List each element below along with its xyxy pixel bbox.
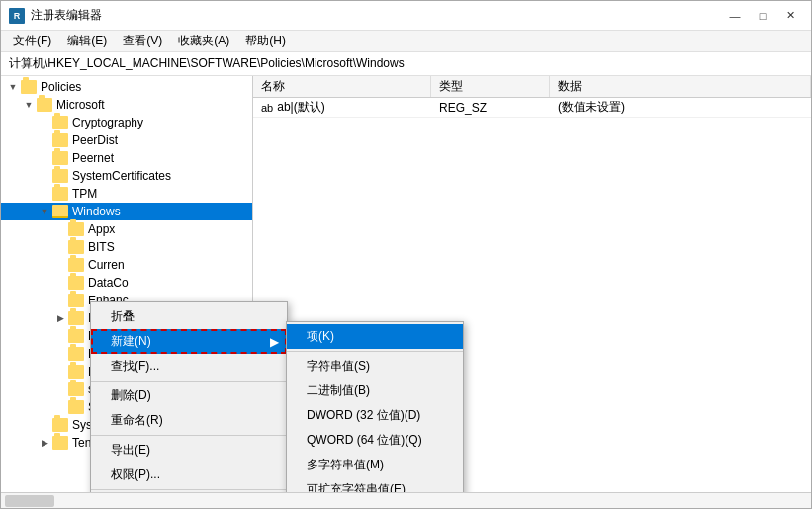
folder-icon-enhancedstorage bbox=[68, 294, 84, 307]
folder-icon-peernet bbox=[52, 151, 68, 165]
scroll-thumb[interactable] bbox=[5, 495, 54, 507]
ctx-new-arrow: ▶ bbox=[270, 335, 279, 349]
title-bar-left: R 注册表编辑器 bbox=[9, 7, 102, 24]
tree-label-systemcerts: SystemCertificates bbox=[72, 169, 171, 183]
menu-view[interactable]: 查看(V) bbox=[115, 31, 170, 51]
tree-toggle-policies[interactable]: ▼ bbox=[5, 79, 21, 95]
tree-label-appx: Appx bbox=[88, 222, 115, 236]
folder-icon-tpm bbox=[52, 187, 68, 201]
folder-icon-peerdist bbox=[52, 133, 68, 147]
menu-favorites[interactable]: 收藏夹(A) bbox=[170, 31, 237, 51]
maximize-button[interactable]: □ bbox=[750, 6, 775, 26]
submenu-item-dword[interactable]: DWORD (32 位值)(D) bbox=[287, 403, 463, 428]
folder-icon-appx bbox=[68, 222, 84, 236]
close-button[interactable]: ✕ bbox=[777, 6, 803, 26]
list-row-default[interactable]: ab ab|(默认) REG_SZ (数值未设置) bbox=[253, 98, 811, 118]
address-bar: 计算机\HKEY_LOCAL_MACHINE\SOFTWARE\Policies… bbox=[1, 52, 811, 76]
submenu-item-expandstring[interactable]: 可扩充字符串值(E) bbox=[287, 477, 463, 492]
menu-help[interactable]: 帮助(H) bbox=[237, 31, 294, 51]
folder-icon-policies bbox=[21, 80, 37, 94]
tree-label-windows: Windows bbox=[72, 205, 121, 218]
main-content: ▼ Policies ▼ Microsoft Cryptography Peer bbox=[1, 76, 811, 492]
tree-label-microsoft: Microsoft bbox=[56, 98, 105, 112]
bottom-scrollbar bbox=[1, 492, 811, 508]
submenu-item-string[interactable]: 字符串值(S) bbox=[287, 354, 463, 379]
tree-label-currentversion: Curren bbox=[88, 258, 125, 272]
folder-icon-ipsec bbox=[68, 311, 84, 325]
ctx-separator-1 bbox=[91, 381, 287, 382]
col-header-type: 类型 bbox=[431, 76, 550, 97]
cell-type-default: REG_SZ bbox=[431, 98, 550, 117]
tree-item-peerdist[interactable]: PeerDist bbox=[1, 131, 252, 149]
folder-icon-cryptography bbox=[52, 116, 68, 129]
tree-label-datacollection: DataCo bbox=[88, 276, 129, 290]
ctx-item-delete[interactable]: 删除(D) bbox=[91, 383, 287, 408]
folder-icon-systemcerts bbox=[52, 169, 68, 183]
cell-name-default: ab ab|(默认) bbox=[253, 98, 431, 117]
tree-item-windows[interactable]: ▼ Windows bbox=[1, 203, 252, 220]
tree-item-peernet[interactable]: Peernet bbox=[1, 149, 252, 167]
tree-item-bits[interactable]: BITS bbox=[1, 238, 252, 256]
submenu-item-binary[interactable]: 二进制值(B) bbox=[287, 379, 463, 403]
cell-data-default: (数值未设置) bbox=[550, 98, 811, 117]
context-menu: 折叠 新建(N) ▶ 查找(F)... 删除(D) 重命名(R) 导出(E) 权… bbox=[90, 301, 288, 492]
ctx-new-label: 新建(N) bbox=[111, 333, 151, 350]
tree-toggle-tenantrestrictions[interactable]: ▶ bbox=[37, 435, 52, 451]
default-value-icon: ab bbox=[261, 102, 273, 114]
folder-icon-datacollection bbox=[68, 276, 84, 290]
folder-icon-network3 bbox=[68, 365, 84, 379]
tree-item-tpm[interactable]: TPM bbox=[1, 185, 252, 203]
tree-item-cryptography[interactable]: Cryptography bbox=[1, 114, 252, 131]
menu-bar: 文件(F) 编辑(E) 查看(V) 收藏夹(A) 帮助(H) bbox=[1, 31, 811, 52]
ctx-item-new[interactable]: 新建(N) ▶ bbox=[91, 329, 287, 354]
folder-icon-network2 bbox=[68, 347, 84, 361]
app-icon: R bbox=[9, 8, 25, 24]
folder-icon-windows bbox=[52, 205, 68, 218]
ctx-item-rename[interactable]: 重命名(R) bbox=[91, 408, 287, 433]
tree-label-peernet: Peernet bbox=[72, 151, 114, 165]
ctx-separator-3 bbox=[91, 489, 287, 490]
title-bar: R 注册表编辑器 — □ ✕ bbox=[1, 1, 811, 31]
address-text: 计算机\HKEY_LOCAL_MACHINE\SOFTWARE\Policies… bbox=[9, 55, 405, 72]
submenu-item-key[interactable]: 项(K) bbox=[287, 324, 463, 349]
submenu-item-qword[interactable]: QWORD (64 位值)(Q) bbox=[287, 428, 463, 453]
submenu-separator bbox=[287, 351, 463, 352]
col-header-data: 数据 bbox=[550, 76, 811, 97]
menu-edit[interactable]: 编辑(E) bbox=[59, 31, 115, 51]
tree-item-systemcerts[interactable]: SystemCertificates bbox=[1, 167, 252, 185]
menu-file[interactable]: 文件(F) bbox=[5, 31, 59, 51]
tree-label-bits: BITS bbox=[88, 240, 115, 254]
registry-editor-window: R 注册表编辑器 — □ ✕ 文件(F) 编辑(E) 查看(V) 收藏夹(A) … bbox=[0, 0, 812, 509]
ctx-item-permissions[interactable]: 权限(P)... bbox=[91, 463, 287, 487]
tree-item-microsoft[interactable]: ▼ Microsoft bbox=[1, 96, 252, 114]
ctx-item-export[interactable]: 导出(E) bbox=[91, 438, 287, 463]
tree-label-cryptography: Cryptography bbox=[72, 116, 143, 129]
ctx-item-find[interactable]: 查找(F)... bbox=[91, 354, 287, 379]
col-header-name: 名称 bbox=[253, 76, 431, 97]
tree-toggle-windows[interactable]: ▼ bbox=[37, 204, 52, 219]
tree-toggle-microsoft[interactable]: ▼ bbox=[21, 97, 37, 113]
tree-item-datacollection[interactable]: DataCo bbox=[1, 274, 252, 292]
tree-item-currentversion[interactable]: Curren bbox=[1, 256, 252, 274]
title-controls: — □ ✕ bbox=[722, 6, 803, 26]
submenu-item-multistring[interactable]: 多字符串值(M) bbox=[287, 453, 463, 477]
window-title: 注册表编辑器 bbox=[31, 7, 102, 24]
folder-icon-network1 bbox=[68, 329, 84, 343]
tree-label-policies: Policies bbox=[41, 80, 81, 94]
folder-icon-bits bbox=[68, 240, 84, 254]
folder-icon-currentversion bbox=[68, 258, 84, 272]
folder-icon-system bbox=[52, 418, 68, 432]
ctx-item-collapse[interactable]: 折叠 bbox=[91, 304, 287, 329]
list-header: 名称 类型 数据 bbox=[253, 76, 811, 98]
tree-item-policies[interactable]: ▼ Policies bbox=[1, 78, 252, 96]
folder-icon-tenantrestrictions bbox=[52, 436, 68, 450]
minimize-button[interactable]: — bbox=[722, 6, 748, 26]
folder-icon-microsoft bbox=[37, 98, 52, 112]
tree-label-peerdist: PeerDist bbox=[72, 133, 118, 147]
folder-icon-safer bbox=[68, 382, 84, 396]
tree-item-appx[interactable]: Appx bbox=[1, 220, 252, 238]
ctx-separator-2 bbox=[91, 435, 287, 436]
default-value-label: ab|(默认) bbox=[277, 99, 324, 116]
tree-toggle-ipsec[interactable]: ▶ bbox=[52, 310, 68, 326]
submenu: 项(K) 字符串值(S) 二进制值(B) DWORD (32 位值)(D) QW… bbox=[286, 321, 464, 492]
